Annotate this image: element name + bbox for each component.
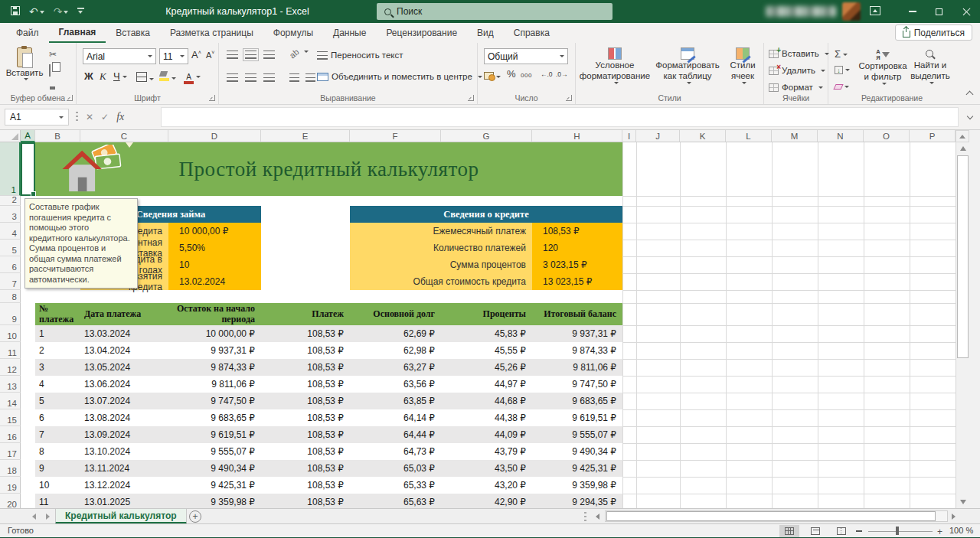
page-layout-view-button[interactable]: [805, 525, 825, 537]
close-button[interactable]: [954, 0, 978, 23]
column-header-J[interactable]: J: [636, 130, 680, 142]
customize-qat-button[interactable]: [77, 6, 84, 17]
row-header-19[interactable]: 19: [0, 477, 21, 494]
name-box[interactable]: A1: [5, 109, 69, 126]
column-header-K[interactable]: K: [680, 130, 726, 142]
clipboard-dialog-launcher-icon[interactable]: [67, 95, 73, 101]
orientation-button[interactable]: ab: [288, 47, 301, 60]
ribbon-tab-Файл[interactable]: Файл: [6, 23, 49, 43]
shrink-font-button[interactable]: А˅: [206, 50, 214, 60]
number-format-select[interactable]: Общий: [484, 48, 568, 64]
cells-area[interactable]: Простой кредитный калькулятор Сведения з…: [21, 142, 980, 508]
row-header-16[interactable]: 16: [0, 426, 21, 443]
column-header-O[interactable]: O: [864, 130, 910, 142]
hscroll-left-icon[interactable]: [596, 514, 599, 520]
column-header-G[interactable]: G: [441, 130, 532, 142]
grow-font-button[interactable]: А˄: [191, 49, 201, 60]
find-select-button[interactable]: Найти и выделить: [908, 49, 952, 84]
horizontal-scrollbar-thumb[interactable]: [606, 511, 936, 521]
vertical-scrollbar-thumb[interactable]: [957, 155, 969, 358]
decrease-decimal-button[interactable]: .0→: [556, 70, 568, 78]
font-name-select[interactable]: Arial: [83, 48, 156, 64]
comma-style-button[interactable]: 000: [521, 72, 532, 79]
ribbon-tab-Главная[interactable]: Главная: [49, 23, 106, 43]
align-bottom-icon[interactable]: [263, 51, 275, 59]
alignment-dialog-launcher-icon[interactable]: [468, 95, 474, 101]
column-header-H[interactable]: H: [532, 130, 622, 142]
ribbon-display-options-icon[interactable]: [870, 6, 880, 15]
zoom-out-button[interactable]: [856, 530, 862, 532]
font-size-select[interactable]: 11: [159, 48, 188, 64]
new-sheet-button[interactable]: +: [189, 510, 201, 523]
page-break-view-button[interactable]: [831, 525, 851, 537]
save-icon[interactable]: [11, 6, 20, 18]
prev-sheet-icon[interactable]: [32, 514, 36, 520]
cell-styles-button[interactable]: Стили ячеек: [723, 47, 763, 84]
row-header-11[interactable]: 11: [0, 342, 21, 359]
column-header-A[interactable]: A: [21, 130, 35, 142]
column-header-M[interactable]: M: [772, 130, 818, 142]
row-header-17[interactable]: 17: [0, 443, 21, 460]
insert-function-button[interactable]: fx: [116, 111, 124, 123]
autosum-button[interactable]: Σ: [835, 49, 848, 60]
sheet-tab-active[interactable]: Кредитный калькулятор: [55, 509, 187, 524]
format-as-table-button[interactable]: Форматировать как таблицу: [652, 47, 723, 84]
column-header-I[interactable]: I: [622, 130, 636, 142]
redo-button[interactable]: ↷: [54, 6, 69, 18]
normal-view-button[interactable]: [779, 525, 799, 537]
italic-button[interactable]: К: [100, 70, 106, 83]
expand-formula-bar-button[interactable]: [965, 112, 975, 122]
wrap-text-button[interactable]: Переносить текст: [317, 51, 403, 60]
share-button[interactable]: Поделиться: [895, 24, 972, 41]
selected-cell-a1[interactable]: [21, 142, 35, 196]
underline-button[interactable]: Ч: [113, 70, 127, 82]
copy-button[interactable]: [49, 65, 57, 76]
row-header-10[interactable]: 10: [0, 325, 21, 342]
row-header-6[interactable]: 6: [0, 256, 21, 273]
increase-decimal-button[interactable]: ←.0: [541, 70, 553, 78]
row-header-14[interactable]: 14: [0, 393, 21, 409]
percent-style-button[interactable]: %: [507, 68, 516, 80]
number-dialog-launcher-icon[interactable]: [566, 95, 572, 101]
ribbon-tab-Вид[interactable]: Вид: [467, 23, 504, 43]
ribbon-tab-Рецензирование[interactable]: Рецензирование: [376, 23, 467, 43]
scroll-up-button[interactable]: [956, 130, 969, 142]
delete-cells-button[interactable]: Удалить: [769, 66, 825, 75]
insert-cells-button[interactable]: Вставить: [769, 49, 829, 58]
accounting-format-button[interactable]: [484, 71, 501, 82]
select-all-corner[interactable]: [0, 130, 21, 142]
zoom-slider-track[interactable]: [868, 531, 933, 532]
column-header-C[interactable]: C: [80, 130, 168, 142]
minimize-button[interactable]: [900, 0, 925, 23]
column-header-D[interactable]: D: [168, 130, 261, 142]
ribbon-tab-Вставка[interactable]: Вставка: [106, 23, 160, 43]
column-header-L[interactable]: L: [726, 130, 772, 142]
ribbon-tab-Данные[interactable]: Данные: [323, 23, 376, 43]
scrollbar-down-icon[interactable]: [960, 500, 966, 504]
row-header-3[interactable]: 3: [0, 206, 21, 223]
formula-input[interactable]: [161, 107, 959, 127]
ribbon-tab-Справка[interactable]: Справка: [504, 23, 560, 43]
increase-indent-icon[interactable]: [305, 73, 315, 82]
row-header-9[interactable]: 9: [0, 303, 21, 325]
align-top-icon[interactable]: [227, 51, 238, 59]
undo-button[interactable]: ↶: [29, 6, 44, 18]
row-header-12[interactable]: 12: [0, 359, 21, 376]
align-middle-icon[interactable]: [245, 51, 256, 59]
maximize-button[interactable]: [926, 0, 951, 23]
format-cells-button[interactable]: Формат: [769, 83, 823, 92]
cut-button[interactable]: ✂: [49, 49, 57, 60]
clear-button[interactable]: [835, 81, 849, 92]
confirm-entry-button[interactable]: ✓: [101, 112, 109, 122]
column-header-E[interactable]: E: [261, 130, 350, 142]
row-header-2[interactable]: 2: [0, 196, 21, 206]
decrease-indent-icon[interactable]: [289, 73, 299, 82]
search-input[interactable]: Поиск: [377, 3, 612, 20]
borders-button[interactable]: [136, 72, 154, 84]
zoom-level[interactable]: 100 %: [949, 526, 973, 535]
bold-button[interactable]: Ж: [84, 70, 93, 82]
row-header-1[interactable]: 1: [0, 142, 21, 196]
next-sheet-icon[interactable]: [46, 514, 50, 520]
fill-color-button[interactable]: [159, 71, 176, 83]
zoom-slider-thumb[interactable]: [896, 527, 899, 535]
